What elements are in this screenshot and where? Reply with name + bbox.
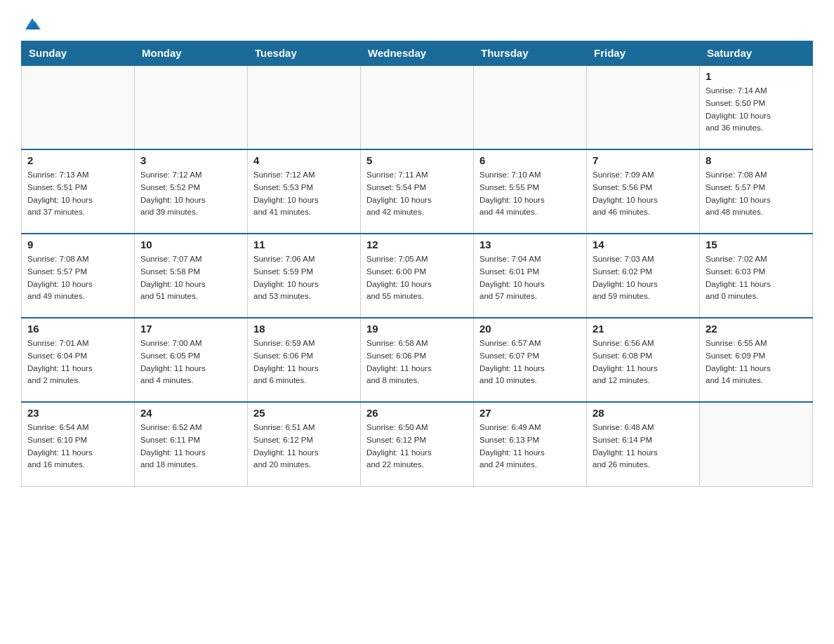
day-info: Sunrise: 7:00 AMSunset: 6:05 PMDaylight:…	[140, 337, 241, 387]
calendar-week-4: 16Sunrise: 7:01 AMSunset: 6:04 PMDayligh…	[22, 318, 813, 402]
calendar-cell: 10Sunrise: 7:07 AMSunset: 5:58 PMDayligh…	[135, 234, 248, 318]
day-info: Sunrise: 7:05 AMSunset: 6:00 PMDaylight:…	[366, 253, 468, 303]
calendar-cell: 27Sunrise: 6:49 AMSunset: 6:13 PMDayligh…	[474, 402, 587, 486]
calendar-cell: 3Sunrise: 7:12 AMSunset: 5:52 PMDaylight…	[135, 149, 248, 234]
calendar-week-3: 9Sunrise: 7:08 AMSunset: 5:57 PMDaylight…	[22, 234, 813, 318]
calendar-cell: 26Sunrise: 6:50 AMSunset: 6:12 PMDayligh…	[361, 402, 474, 486]
day-number: 22	[706, 323, 807, 335]
weekday-header-tuesday: Tuesday	[248, 41, 361, 66]
day-info: Sunrise: 7:06 AMSunset: 5:59 PMDaylight:…	[253, 253, 355, 303]
day-number: 23	[27, 407, 128, 419]
day-number: 3	[140, 154, 241, 166]
weekday-header-sunday: Sunday	[22, 41, 135, 66]
day-number: 1	[706, 70, 807, 82]
day-number: 14	[593, 239, 694, 250]
calendar-cell: 16Sunrise: 7:01 AMSunset: 6:04 PMDayligh…	[22, 318, 135, 402]
calendar-cell: 15Sunrise: 7:02 AMSunset: 6:03 PMDayligh…	[700, 234, 813, 318]
logo-icon	[22, 14, 42, 34]
calendar-cell: 13Sunrise: 7:04 AMSunset: 6:01 PMDayligh…	[474, 234, 587, 318]
day-number: 5	[366, 154, 468, 166]
day-number: 11	[253, 239, 355, 250]
calendar-cell: 19Sunrise: 6:58 AMSunset: 6:06 PMDayligh…	[361, 318, 474, 402]
weekday-header-row: SundayMondayTuesdayWednesdayThursdayFrid…	[22, 41, 813, 66]
calendar-cell: 24Sunrise: 6:52 AMSunset: 6:11 PMDayligh…	[135, 402, 248, 486]
calendar-cell: 7Sunrise: 7:09 AMSunset: 5:56 PMDaylight…	[587, 149, 700, 234]
day-info: Sunrise: 6:58 AMSunset: 6:06 PMDaylight:…	[366, 337, 468, 387]
day-info: Sunrise: 6:56 AMSunset: 6:08 PMDaylight:…	[593, 337, 694, 387]
calendar-cell	[587, 65, 700, 149]
day-number: 19	[366, 323, 468, 335]
calendar-cell: 6Sunrise: 7:10 AMSunset: 5:55 PMDaylight…	[474, 149, 587, 234]
day-info: Sunrise: 6:52 AMSunset: 6:11 PMDaylight:…	[140, 422, 241, 471]
day-number: 9	[27, 239, 128, 250]
day-number: 21	[593, 323, 694, 335]
day-info: Sunrise: 6:48 AMSunset: 6:14 PMDaylight:…	[593, 422, 694, 471]
calendar-cell: 20Sunrise: 6:57 AMSunset: 6:07 PMDayligh…	[474, 318, 587, 402]
day-number: 7	[593, 154, 694, 166]
calendar-cell	[22, 65, 135, 149]
day-info: Sunrise: 7:04 AMSunset: 6:01 PMDaylight:…	[479, 253, 581, 303]
weekday-header-thursday: Thursday	[474, 41, 587, 66]
day-number: 28	[593, 407, 694, 419]
calendar-cell: 17Sunrise: 7:00 AMSunset: 6:05 PMDayligh…	[135, 318, 248, 402]
calendar-table: SundayMondayTuesdayWednesdayThursdayFrid…	[21, 41, 813, 487]
day-info: Sunrise: 6:57 AMSunset: 6:07 PMDaylight:…	[479, 337, 581, 387]
day-info: Sunrise: 7:13 AMSunset: 5:51 PMDaylight:…	[27, 169, 128, 219]
day-info: Sunrise: 7:01 AMSunset: 6:04 PMDaylight:…	[27, 337, 128, 387]
calendar-cell: 21Sunrise: 6:56 AMSunset: 6:08 PMDayligh…	[587, 318, 700, 402]
day-info: Sunrise: 6:54 AMSunset: 6:10 PMDaylight:…	[27, 422, 128, 471]
day-info: Sunrise: 7:10 AMSunset: 5:55 PMDaylight:…	[479, 169, 581, 219]
calendar-cell: 22Sunrise: 6:55 AMSunset: 6:09 PMDayligh…	[700, 318, 813, 402]
calendar-cell: 14Sunrise: 7:03 AMSunset: 6:02 PMDayligh…	[587, 234, 700, 318]
calendar-week-2: 2Sunrise: 7:13 AMSunset: 5:51 PMDaylight…	[22, 149, 813, 234]
day-info: Sunrise: 7:07 AMSunset: 5:58 PMDaylight:…	[140, 253, 241, 303]
day-info: Sunrise: 6:59 AMSunset: 6:06 PMDaylight:…	[253, 337, 355, 387]
day-number: 15	[706, 239, 807, 250]
calendar-cell: 28Sunrise: 6:48 AMSunset: 6:14 PMDayligh…	[587, 402, 700, 486]
day-number: 8	[706, 154, 807, 166]
calendar-cell: 18Sunrise: 6:59 AMSunset: 6:06 PMDayligh…	[248, 318, 361, 402]
calendar-cell: 25Sunrise: 6:51 AMSunset: 6:12 PMDayligh…	[248, 402, 361, 486]
calendar-cell	[248, 65, 361, 149]
calendar-cell: 4Sunrise: 7:12 AMSunset: 5:53 PMDaylight…	[248, 149, 361, 234]
weekday-header-wednesday: Wednesday	[361, 41, 474, 66]
calendar-cell: 8Sunrise: 7:08 AMSunset: 5:57 PMDaylight…	[700, 149, 813, 234]
day-info: Sunrise: 7:11 AMSunset: 5:54 PMDaylight:…	[366, 169, 468, 219]
calendar-cell: 23Sunrise: 6:54 AMSunset: 6:10 PMDayligh…	[22, 402, 135, 486]
day-number: 10	[140, 239, 241, 250]
calendar-week-1: 1Sunrise: 7:14 AMSunset: 5:50 PMDaylight…	[22, 65, 813, 149]
day-number: 12	[366, 239, 468, 250]
weekday-header-friday: Friday	[587, 41, 700, 66]
day-info: Sunrise: 7:12 AMSunset: 5:52 PMDaylight:…	[140, 169, 241, 219]
day-info: Sunrise: 7:09 AMSunset: 5:56 PMDaylight:…	[593, 169, 694, 219]
day-number: 20	[479, 323, 581, 335]
day-info: Sunrise: 6:49 AMSunset: 6:13 PMDaylight:…	[479, 422, 581, 471]
day-info: Sunrise: 7:03 AMSunset: 6:02 PMDaylight:…	[593, 253, 694, 303]
calendar-cell: 1Sunrise: 7:14 AMSunset: 5:50 PMDaylight…	[700, 65, 813, 149]
day-info: Sunrise: 6:55 AMSunset: 6:09 PMDaylight:…	[706, 337, 807, 387]
day-info: Sunrise: 7:02 AMSunset: 6:03 PMDaylight:…	[706, 253, 807, 303]
calendar-week-5: 23Sunrise: 6:54 AMSunset: 6:10 PMDayligh…	[22, 402, 813, 486]
day-number: 2	[27, 154, 128, 166]
day-info: Sunrise: 7:14 AMSunset: 5:50 PMDaylight:…	[706, 85, 807, 135]
calendar-cell	[135, 65, 248, 149]
day-number: 13	[479, 239, 581, 250]
day-info: Sunrise: 6:51 AMSunset: 6:12 PMDaylight:…	[253, 422, 355, 471]
weekday-header-saturday: Saturday	[700, 41, 813, 66]
day-number: 26	[366, 407, 468, 419]
calendar-cell: 9Sunrise: 7:08 AMSunset: 5:57 PMDaylight…	[22, 234, 135, 318]
day-number: 4	[253, 154, 355, 166]
calendar-cell	[700, 402, 813, 486]
day-number: 6	[479, 154, 581, 166]
page-header	[21, 14, 813, 34]
calendar-cell	[474, 65, 587, 149]
day-info: Sunrise: 7:12 AMSunset: 5:53 PMDaylight:…	[253, 169, 355, 219]
day-number: 18	[253, 323, 355, 335]
day-number: 16	[27, 323, 128, 335]
day-info: Sunrise: 7:08 AMSunset: 5:57 PMDaylight:…	[706, 169, 807, 219]
calendar-cell: 2Sunrise: 7:13 AMSunset: 5:51 PMDaylight…	[22, 149, 135, 234]
day-number: 17	[140, 323, 241, 335]
calendar-cell: 12Sunrise: 7:05 AMSunset: 6:00 PMDayligh…	[361, 234, 474, 318]
calendar-cell: 5Sunrise: 7:11 AMSunset: 5:54 PMDaylight…	[361, 149, 474, 234]
day-info: Sunrise: 7:08 AMSunset: 5:57 PMDaylight:…	[27, 253, 128, 303]
